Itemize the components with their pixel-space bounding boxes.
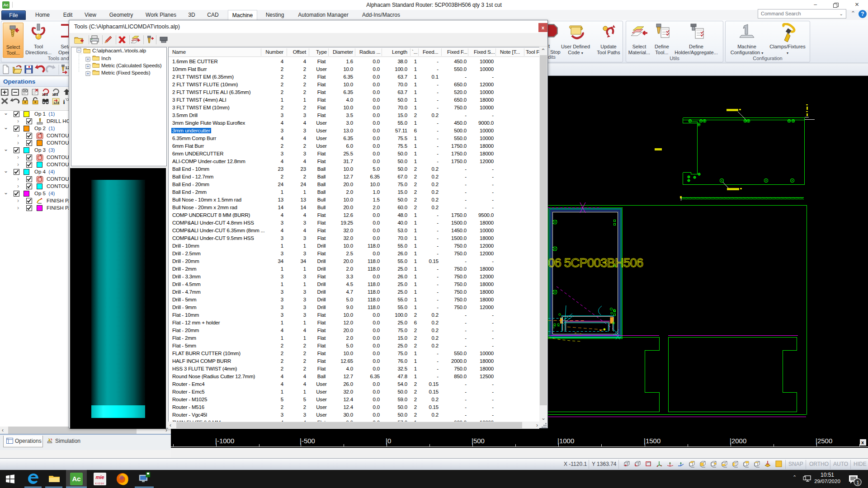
svg-text:i: i <box>63 99 65 105</box>
svg-text:C:\alphacam\..\rtools.alp: C:\alphacam\..\rtools.alp <box>92 48 146 53</box>
svg-text:123: 123 <box>52 93 58 97</box>
svg-text:|2000: |2000 <box>730 437 746 445</box>
svg-text:|0: |0 <box>386 437 391 445</box>
svg-text:x: x <box>861 440 864 445</box>
svg-text:06 5CP003BH506: 06 5CP003BH506 <box>548 256 643 270</box>
svg-text:Metric (Fixed Speeds): Metric (Fixed Speeds) <box>101 70 151 75</box>
svg-text:|1500: |1500 <box>644 437 660 445</box>
svg-text:123: 123 <box>53 101 59 105</box>
svg-text:|1000: |1000 <box>557 437 574 445</box>
svg-text:Inch: Inch <box>101 56 111 61</box>
svg-text:|500: |500 <box>472 437 485 445</box>
svg-text:1: 1 <box>857 480 859 485</box>
svg-text:123: 123 <box>42 93 48 97</box>
svg-text:|-1000: |-1000 <box>215 437 234 445</box>
svg-text:|-500: |-500 <box>300 437 315 445</box>
svg-text:|2500: |2500 <box>816 437 832 445</box>
svg-text:Metric (Calculated Speeds): Metric (Calculated Speeds) <box>101 63 162 68</box>
